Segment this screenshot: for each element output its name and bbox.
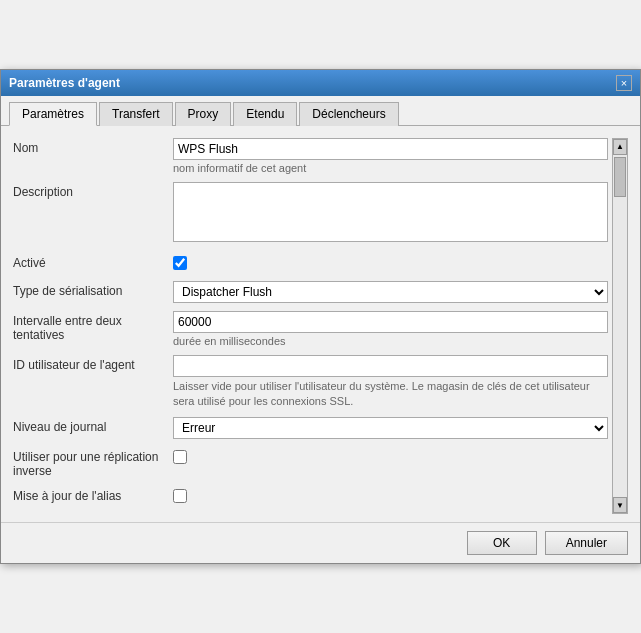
field-nom: Nom nom informatif de cet agent: [13, 138, 608, 174]
field-active-input-container: [173, 253, 608, 273]
intervalle-hint: durée en millisecondes: [173, 335, 608, 347]
close-button[interactable]: ×: [616, 75, 632, 91]
tab-etendu[interactable]: Etendu: [233, 102, 297, 126]
label-description: Description: [13, 182, 173, 199]
replication-checkbox[interactable]: [173, 450, 187, 464]
field-description: Description: [13, 182, 608, 245]
form-area: Nom nom informatif de cet agent Descript…: [13, 138, 608, 515]
field-nom-input-container: nom informatif de cet agent: [173, 138, 608, 174]
field-serialisation: Type de sérialisation Dispatcher Flush: [13, 281, 608, 303]
ok-button[interactable]: OK: [467, 531, 537, 555]
field-userid: ID utilisateur de l'agent Laisser vide p…: [13, 355, 608, 410]
label-serialisation: Type de sérialisation: [13, 281, 173, 298]
content-area: Nom nom informatif de cet agent Descript…: [1, 126, 640, 523]
label-alias: Mise à jour de l'alias: [13, 486, 173, 503]
tab-transfert[interactable]: Transfert: [99, 102, 173, 126]
cancel-button[interactable]: Annuler: [545, 531, 628, 555]
serialisation-select[interactable]: Dispatcher Flush: [173, 281, 608, 303]
label-journal: Niveau de journal: [13, 417, 173, 434]
active-checkbox[interactable]: [173, 256, 187, 270]
field-replication: Utiliser pour une réplication inverse: [13, 447, 608, 478]
label-nom: Nom: [13, 138, 173, 155]
field-journal: Niveau de journal Erreur Info Debug: [13, 417, 608, 439]
label-intervalle: Intervalle entre deux tentatives: [13, 311, 173, 342]
label-userid: ID utilisateur de l'agent: [13, 355, 173, 372]
tabs-container: Paramètres Transfert Proxy Etendu Déclen…: [1, 96, 640, 126]
tab-parametres[interactable]: Paramètres: [9, 102, 97, 126]
nom-input[interactable]: [173, 138, 608, 160]
scrollbar-thumb[interactable]: [614, 157, 626, 197]
scrollbar[interactable]: ▲ ▼: [612, 138, 628, 515]
label-active: Activé: [13, 253, 173, 270]
description-input[interactable]: [173, 182, 608, 242]
alias-checkbox[interactable]: [173, 489, 187, 503]
field-serialisation-input-container: Dispatcher Flush: [173, 281, 608, 303]
scrollbar-up-button[interactable]: ▲: [613, 139, 627, 155]
dialog-title: Paramètres d'agent: [9, 76, 120, 90]
label-replication: Utiliser pour une réplication inverse: [13, 447, 173, 478]
field-description-input-container: [173, 182, 608, 245]
field-active: Activé: [13, 253, 608, 273]
dialog: Paramètres d'agent × Paramètres Transfer…: [0, 69, 641, 565]
field-alias: Mise à jour de l'alias: [13, 486, 608, 506]
field-intervalle-input-container: durée en millisecondes: [173, 311, 608, 347]
scrollbar-down-button[interactable]: ▼: [613, 497, 627, 513]
userid-hint: Laisser vide pour utiliser l'utilisateur…: [173, 379, 608, 410]
nom-hint: nom informatif de cet agent: [173, 162, 608, 174]
journal-select[interactable]: Erreur Info Debug: [173, 417, 608, 439]
field-replication-input-container: [173, 447, 608, 467]
field-journal-input-container: Erreur Info Debug: [173, 417, 608, 439]
field-userid-input-container: Laisser vide pour utiliser l'utilisateur…: [173, 355, 608, 410]
tab-proxy[interactable]: Proxy: [175, 102, 232, 126]
userid-input[interactable]: [173, 355, 608, 377]
intervalle-input[interactable]: [173, 311, 608, 333]
tab-declencheurs[interactable]: Déclencheurs: [299, 102, 398, 126]
field-alias-input-container: [173, 486, 608, 506]
title-bar: Paramètres d'agent ×: [1, 70, 640, 96]
footer: OK Annuler: [1, 522, 640, 563]
field-intervalle: Intervalle entre deux tentatives durée e…: [13, 311, 608, 347]
